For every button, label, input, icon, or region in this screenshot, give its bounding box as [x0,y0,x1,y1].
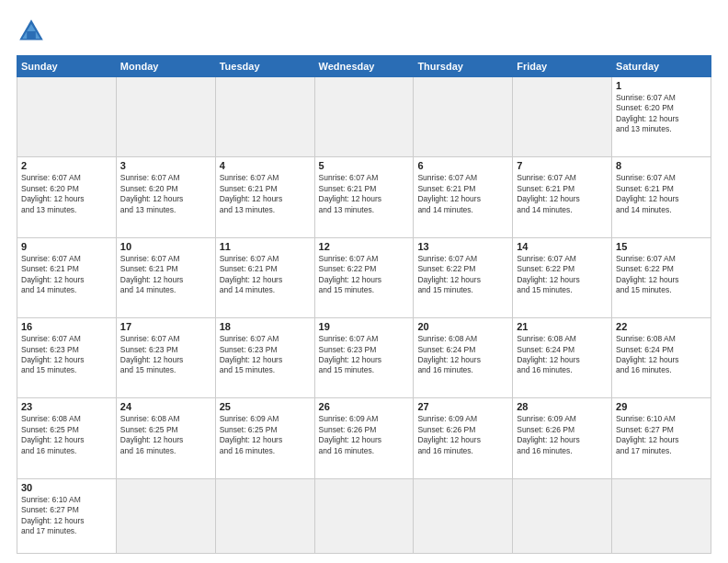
calendar-cell: 14Sunrise: 6:07 AM Sunset: 6:22 PM Dayli… [513,237,612,317]
day-info: Sunrise: 6:07 AM Sunset: 6:22 PM Dayligh… [417,254,508,296]
day-number: 2 [21,160,112,171]
day-info: Sunrise: 6:07 AM Sunset: 6:22 PM Dayligh… [319,254,410,296]
day-info: Sunrise: 6:09 AM Sunset: 6:26 PM Dayligh… [319,414,410,456]
day-number: 9 [21,241,112,252]
calendar-cell [513,77,612,157]
calendar-cell [414,77,513,157]
day-info: Sunrise: 6:07 AM Sunset: 6:23 PM Dayligh… [120,334,211,376]
day-number: 30 [21,482,112,493]
day-info: Sunrise: 6:07 AM Sunset: 6:21 PM Dayligh… [517,173,608,215]
calendar-cell: 11Sunrise: 6:07 AM Sunset: 6:21 PM Dayli… [215,237,314,317]
day-info: Sunrise: 6:07 AM Sunset: 6:20 PM Dayligh… [120,173,211,215]
calendar-cell [116,77,215,157]
calendar-cell: 18Sunrise: 6:07 AM Sunset: 6:23 PM Dayli… [215,318,314,398]
day-info: Sunrise: 6:09 AM Sunset: 6:26 PM Dayligh… [417,414,508,456]
day-info: Sunrise: 6:07 AM Sunset: 6:21 PM Dayligh… [616,173,707,215]
day-info: Sunrise: 6:07 AM Sunset: 6:23 PM Dayligh… [319,334,410,376]
day-number: 29 [616,401,707,412]
calendar-week-row: 2Sunrise: 6:07 AM Sunset: 6:20 PM Daylig… [17,157,711,237]
day-number: 1 [616,80,707,91]
day-number: 13 [417,241,508,252]
calendar-cell [314,478,414,553]
calendar-week-row: 30Sunrise: 6:10 AM Sunset: 6:27 PM Dayli… [17,478,711,553]
day-of-week-header: Monday [116,56,215,77]
calendar-cell: 16Sunrise: 6:07 AM Sunset: 6:23 PM Dayli… [17,318,117,398]
calendar-cell: 6Sunrise: 6:07 AM Sunset: 6:21 PM Daylig… [414,157,513,237]
calendar-cell [414,478,513,553]
day-info: Sunrise: 6:10 AM Sunset: 6:27 PM Dayligh… [21,495,112,537]
day-info: Sunrise: 6:07 AM Sunset: 6:21 PM Dayligh… [220,173,311,215]
day-of-week-header: Saturday [612,56,711,77]
day-info: Sunrise: 6:07 AM Sunset: 6:21 PM Dayligh… [220,254,311,296]
day-number: 23 [21,401,112,412]
day-info: Sunrise: 6:08 AM Sunset: 6:24 PM Dayligh… [517,334,608,376]
day-number: 27 [417,401,508,412]
day-of-week-header: Thursday [414,56,513,77]
calendar-cell: 20Sunrise: 6:08 AM Sunset: 6:24 PM Dayli… [414,318,513,398]
day-info: Sunrise: 6:07 AM Sunset: 6:20 PM Dayligh… [21,173,112,215]
calendar-cell: 26Sunrise: 6:09 AM Sunset: 6:26 PM Dayli… [314,398,414,478]
calendar-cell: 9Sunrise: 6:07 AM Sunset: 6:21 PM Daylig… [17,237,117,317]
day-info: Sunrise: 6:07 AM Sunset: 6:22 PM Dayligh… [517,254,608,296]
day-info: Sunrise: 6:07 AM Sunset: 6:22 PM Dayligh… [616,254,707,296]
day-of-week-header: Wednesday [314,56,414,77]
day-number: 12 [319,241,410,252]
calendar-cell [314,77,414,157]
day-number: 26 [319,401,410,412]
day-info: Sunrise: 6:07 AM Sunset: 6:23 PM Dayligh… [220,334,311,376]
day-number: 25 [220,401,311,412]
calendar-cell: 13Sunrise: 6:07 AM Sunset: 6:22 PM Dayli… [414,237,513,317]
day-number: 18 [220,321,311,332]
calendar-week-row: 23Sunrise: 6:08 AM Sunset: 6:25 PM Dayli… [17,398,711,478]
day-number: 15 [616,241,707,252]
day-info: Sunrise: 6:08 AM Sunset: 6:25 PM Dayligh… [120,414,211,456]
calendar-cell: 19Sunrise: 6:07 AM Sunset: 6:23 PM Dayli… [314,318,414,398]
calendar-cell: 1Sunrise: 6:07 AM Sunset: 6:20 PM Daylig… [612,77,711,157]
page: SundayMondayTuesdayWednesdayThursdayFrid… [0,0,728,563]
header [17,17,711,46]
calendar-cell: 29Sunrise: 6:10 AM Sunset: 6:27 PM Dayli… [612,398,711,478]
calendar-cell: 10Sunrise: 6:07 AM Sunset: 6:21 PM Dayli… [116,237,215,317]
day-info: Sunrise: 6:07 AM Sunset: 6:21 PM Dayligh… [21,254,112,296]
calendar-cell: 23Sunrise: 6:08 AM Sunset: 6:25 PM Dayli… [17,398,117,478]
day-info: Sunrise: 6:09 AM Sunset: 6:25 PM Dayligh… [220,414,311,456]
calendar-cell [612,478,711,553]
calendar-cell: 21Sunrise: 6:08 AM Sunset: 6:24 PM Dayli… [513,318,612,398]
calendar-cell: 5Sunrise: 6:07 AM Sunset: 6:21 PM Daylig… [314,157,414,237]
calendar-cell: 27Sunrise: 6:09 AM Sunset: 6:26 PM Dayli… [414,398,513,478]
calendar-table: SundayMondayTuesdayWednesdayThursdayFrid… [17,55,711,554]
calendar-cell: 4Sunrise: 6:07 AM Sunset: 6:21 PM Daylig… [215,157,314,237]
calendar-cell [513,478,612,553]
day-number: 28 [517,401,608,412]
day-number: 19 [319,321,410,332]
day-number: 22 [616,321,707,332]
day-info: Sunrise: 6:07 AM Sunset: 6:20 PM Dayligh… [616,93,707,135]
calendar-cell: 15Sunrise: 6:07 AM Sunset: 6:22 PM Dayli… [612,237,711,317]
calendar-cell [17,77,117,157]
calendar-cell: 8Sunrise: 6:07 AM Sunset: 6:21 PM Daylig… [612,157,711,237]
calendar-cell: 25Sunrise: 6:09 AM Sunset: 6:25 PM Dayli… [215,398,314,478]
day-number: 20 [417,321,508,332]
calendar-cell: 22Sunrise: 6:08 AM Sunset: 6:24 PM Dayli… [612,318,711,398]
day-number: 8 [616,160,707,171]
calendar-cell: 17Sunrise: 6:07 AM Sunset: 6:23 PM Dayli… [116,318,215,398]
day-number: 6 [417,160,508,171]
day-number: 3 [120,160,211,171]
day-info: Sunrise: 6:08 AM Sunset: 6:25 PM Dayligh… [21,414,112,456]
day-of-week-header: Tuesday [215,56,314,77]
calendar-header-row: SundayMondayTuesdayWednesdayThursdayFrid… [17,56,711,77]
day-number: 14 [517,241,608,252]
calendar-cell [215,77,314,157]
day-number: 24 [120,401,211,412]
calendar-week-row: 9Sunrise: 6:07 AM Sunset: 6:21 PM Daylig… [17,237,711,317]
calendar-cell: 24Sunrise: 6:08 AM Sunset: 6:25 PM Dayli… [116,398,215,478]
logo [17,17,50,46]
day-info: Sunrise: 6:09 AM Sunset: 6:26 PM Dayligh… [517,414,608,456]
day-number: 10 [120,241,211,252]
calendar-cell: 30Sunrise: 6:10 AM Sunset: 6:27 PM Dayli… [17,478,117,553]
calendar-cell [116,478,215,553]
day-info: Sunrise: 6:07 AM Sunset: 6:23 PM Dayligh… [21,334,112,376]
day-number: 21 [517,321,608,332]
day-number: 11 [220,241,311,252]
day-info: Sunrise: 6:08 AM Sunset: 6:24 PM Dayligh… [616,334,707,376]
